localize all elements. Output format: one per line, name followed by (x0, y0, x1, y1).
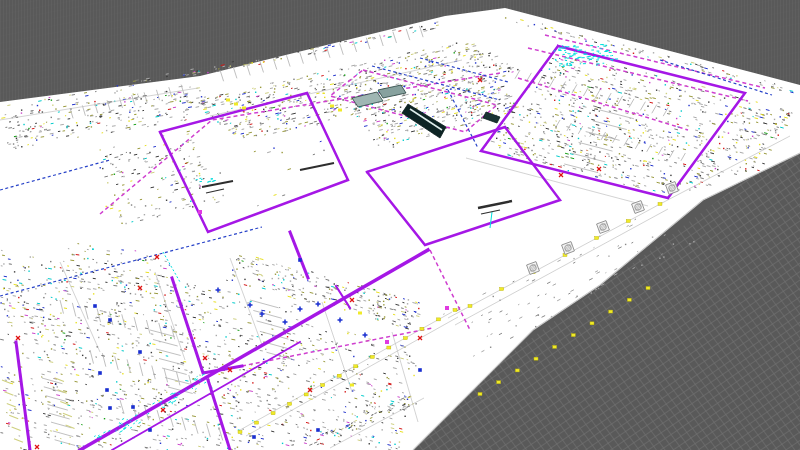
cad-3d-viewport[interactable] (0, 0, 800, 450)
viewport-canvas (0, 0, 800, 450)
